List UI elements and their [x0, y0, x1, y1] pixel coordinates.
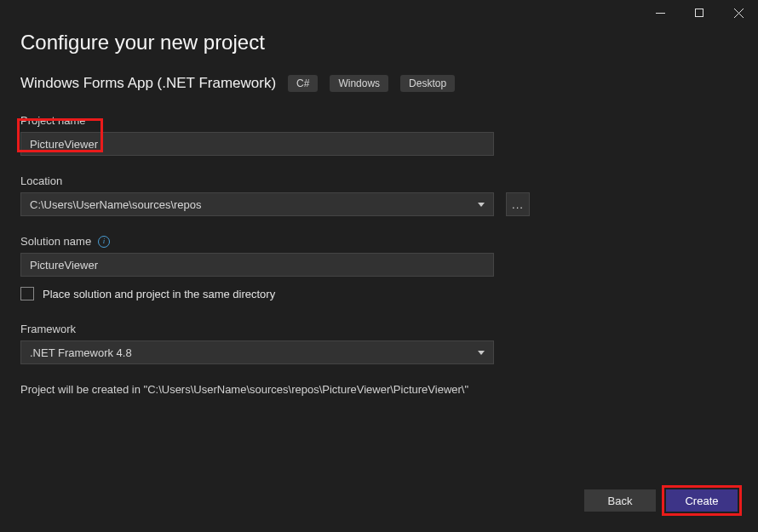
info-icon[interactable]: i: [98, 236, 110, 248]
framework-select[interactable]: .NET Framework 4.8: [20, 340, 494, 364]
browse-button[interactable]: ...: [506, 192, 530, 216]
minimize-button[interactable]: [640, 0, 680, 26]
tag-csharp: C#: [288, 75, 318, 92]
chevron-down-icon: [478, 351, 485, 355]
location-label: Location: [20, 174, 738, 187]
location-group: Location C:\Users\UserName\sources\repos…: [20, 174, 738, 216]
project-name-label: Project name: [20, 114, 738, 127]
framework-value: .NET Framework 4.8: [30, 346, 132, 359]
framework-label: Framework: [20, 323, 738, 335]
same-directory-row: Place solution and project in the same d…: [20, 287, 738, 300]
solution-name-group: Solution name i: [20, 235, 738, 277]
template-name: Windows Forms App (.NET Framework): [20, 75, 276, 92]
framework-group: Framework .NET Framework 4.8: [20, 323, 738, 364]
tag-desktop: Desktop: [400, 75, 455, 92]
creation-path-summary: Project will be created in "C:\Users\Use…: [20, 383, 738, 396]
solution-name-input[interactable]: [20, 253, 494, 277]
footer: Back Create: [584, 489, 738, 512]
template-header: Windows Forms App (.NET Framework) C# Wi…: [20, 75, 738, 92]
project-name-input[interactable]: [20, 132, 494, 156]
location-value: C:\Users\UserName\sources\repos: [30, 198, 202, 211]
maximize-button[interactable]: [680, 0, 719, 26]
solution-name-label: Solution name i: [20, 235, 738, 248]
tag-windows: Windows: [330, 75, 388, 92]
close-button[interactable]: [719, 0, 758, 26]
page-title: Configure your new project: [20, 31, 738, 54]
back-button[interactable]: Back: [584, 489, 656, 512]
location-select[interactable]: C:\Users\UserName\sources\repos: [20, 192, 494, 216]
same-directory-label: Place solution and project in the same d…: [43, 288, 275, 300]
project-name-group: Project name: [20, 114, 738, 156]
svg-rect-1: [696, 9, 703, 17]
create-button[interactable]: Create: [666, 489, 738, 512]
same-directory-checkbox[interactable]: [20, 287, 34, 300]
title-bar: [0, 0, 758, 26]
chevron-down-icon: [478, 203, 485, 207]
